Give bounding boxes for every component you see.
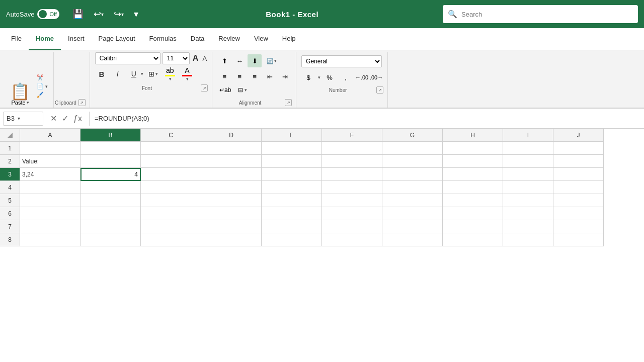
- cell-B2[interactable]: [80, 155, 141, 168]
- cell-J8[interactable]: [553, 233, 604, 246]
- font-expand-btn[interactable]: ↗: [201, 84, 208, 92]
- format-painter-button[interactable]: 🖌️: [35, 91, 49, 99]
- cell-C3[interactable]: [141, 168, 201, 181]
- cell-E8[interactable]: [262, 233, 322, 246]
- align-top-btn[interactable]: ⬆: [217, 54, 231, 67]
- formula-fx-icon[interactable]: ƒx: [71, 113, 84, 124]
- cell-I7[interactable]: [503, 220, 553, 233]
- cell-B4[interactable]: [80, 181, 141, 194]
- font-decrease-btn[interactable]: A: [201, 54, 208, 63]
- cell-C4[interactable]: [141, 181, 201, 194]
- cell-C5[interactable]: [141, 194, 201, 207]
- cell-H3[interactable]: [443, 168, 503, 181]
- cell-F3[interactable]: [322, 168, 382, 181]
- cell-E3[interactable]: [262, 168, 322, 181]
- cell-F6[interactable]: [322, 207, 382, 220]
- highlight-color-button[interactable]: ab ▾: [163, 66, 177, 81]
- cell-D4[interactable]: [201, 181, 262, 194]
- align-middle-btn[interactable]: ↔: [232, 54, 247, 67]
- font-size-select[interactable]: 11: [163, 52, 190, 64]
- cell-A4[interactable]: [20, 181, 80, 194]
- row-header-3[interactable]: 3: [0, 168, 20, 181]
- cell-E4[interactable]: [262, 181, 322, 194]
- cell-D3[interactable]: [201, 168, 262, 181]
- font-family-select[interactable]: Calibri: [95, 52, 160, 64]
- increase-indent-btn[interactable]: ⇥: [278, 70, 292, 83]
- align-right-btn[interactable]: ≡: [248, 70, 262, 83]
- menu-view[interactable]: View: [247, 28, 275, 50]
- underline-button[interactable]: U: [127, 68, 140, 80]
- cell-H7[interactable]: [443, 220, 503, 233]
- cell-E5[interactable]: [262, 194, 322, 207]
- alignment-expand-btn[interactable]: ↗: [285, 99, 292, 106]
- cell-J3[interactable]: [553, 168, 604, 181]
- cell-C1[interactable]: [141, 142, 201, 155]
- bold-button[interactable]: B: [95, 68, 108, 80]
- row-header-6[interactable]: 6: [0, 207, 20, 220]
- col-header-H[interactable]: H: [443, 129, 503, 142]
- cell-H4[interactable]: [443, 181, 503, 194]
- cell-D6[interactable]: [201, 207, 262, 220]
- cell-G3[interactable]: [382, 168, 443, 181]
- cell-C7[interactable]: [141, 220, 201, 233]
- cell-I2[interactable]: [503, 155, 553, 168]
- cell-H5[interactable]: [443, 194, 503, 207]
- cell-D5[interactable]: [201, 194, 262, 207]
- cell-H8[interactable]: [443, 233, 503, 246]
- cell-G6[interactable]: [382, 207, 443, 220]
- cell-E7[interactable]: [262, 220, 322, 233]
- cut-button[interactable]: ✂️: [35, 74, 49, 81]
- col-header-G[interactable]: G: [382, 129, 443, 142]
- cell-B1[interactable]: [80, 142, 141, 155]
- cell-A2[interactable]: Value:: [20, 155, 80, 168]
- cell-F8[interactable]: [322, 233, 382, 246]
- save-icon-btn[interactable]: 💾: [69, 8, 87, 21]
- cell-A1[interactable]: [20, 142, 80, 155]
- row-header-5[interactable]: 5: [0, 194, 20, 207]
- menu-review[interactable]: Review: [211, 28, 247, 50]
- cell-J4[interactable]: [553, 181, 604, 194]
- formula-cancel-icon[interactable]: ✕: [48, 113, 59, 124]
- autosave-toggle[interactable]: Off: [37, 9, 59, 19]
- cell-D2[interactable]: [201, 155, 262, 168]
- clipboard-expand-btn[interactable]: ↗: [78, 99, 86, 106]
- row-header-2[interactable]: 2: [0, 155, 20, 168]
- cell-G4[interactable]: [382, 181, 443, 194]
- cell-I5[interactable]: [503, 194, 553, 207]
- cell-D1[interactable]: [201, 142, 262, 155]
- wrap-text-button[interactable]: ↵ab: [217, 85, 233, 95]
- cell-G2[interactable]: [382, 155, 443, 168]
- increase-decimal-btn[interactable]: .00→: [369, 71, 383, 83]
- cell-H1[interactable]: [443, 142, 503, 155]
- cell-G8[interactable]: [382, 233, 443, 246]
- cell-G1[interactable]: [382, 142, 443, 155]
- cell-A7[interactable]: [20, 220, 80, 233]
- cell-D7[interactable]: [201, 220, 262, 233]
- menu-file[interactable]: File: [4, 28, 29, 50]
- align-left-btn[interactable]: ≡: [217, 70, 231, 83]
- paste-button[interactable]: 📋 Paste ▾: [7, 81, 33, 108]
- decrease-indent-btn[interactable]: ⇤: [263, 70, 277, 83]
- font-color-button[interactable]: A ▾: [180, 66, 194, 81]
- cell-B7[interactable]: [80, 220, 141, 233]
- cell-J7[interactable]: [553, 220, 604, 233]
- menu-formulas[interactable]: Formulas: [142, 28, 184, 50]
- cell-G5[interactable]: [382, 194, 443, 207]
- cell-J6[interactable]: [553, 207, 604, 220]
- cell-A6[interactable]: [20, 207, 80, 220]
- menu-help[interactable]: Help: [275, 28, 303, 50]
- search-input[interactable]: [461, 11, 633, 18]
- cell-I3[interactable]: [503, 168, 553, 181]
- cell-C2[interactable]: [141, 155, 201, 168]
- cell-I1[interactable]: [503, 142, 553, 155]
- cell-F4[interactable]: [322, 181, 382, 194]
- percent-btn[interactable]: %: [323, 71, 337, 83]
- cell-I4[interactable]: [503, 181, 553, 194]
- col-header-I[interactable]: I: [503, 129, 553, 142]
- cell-H6[interactable]: [443, 207, 503, 220]
- menu-insert[interactable]: Insert: [61, 28, 92, 50]
- align-bottom-btn[interactable]: ⬇: [248, 54, 262, 67]
- redo-btn[interactable]: ↪▾: [111, 8, 127, 21]
- formula-input[interactable]: [92, 112, 641, 126]
- cell-B3[interactable]: 4: [80, 168, 141, 181]
